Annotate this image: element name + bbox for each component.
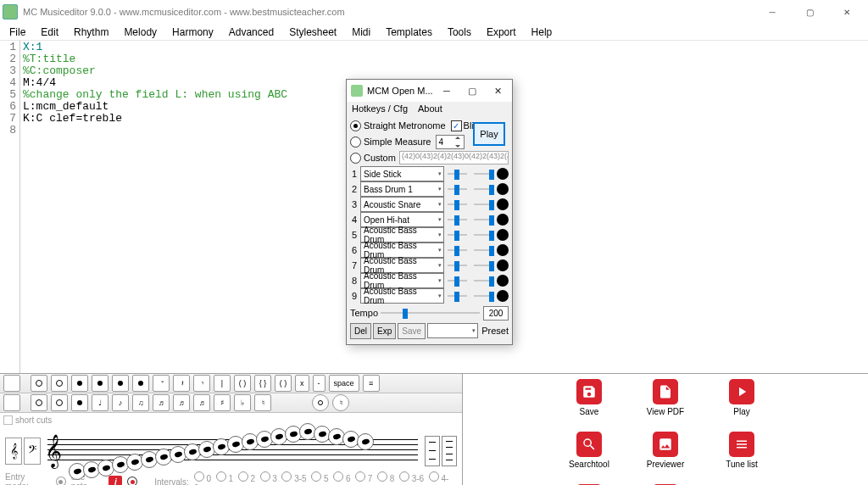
interval-radio[interactable] bbox=[355, 471, 365, 482]
track-slider-a[interactable] bbox=[448, 229, 467, 241]
radio-tool-2[interactable]: ♮ bbox=[332, 394, 349, 411]
save-button[interactable]: Save bbox=[398, 323, 426, 339]
tool-dur-7[interactable]: ♬ bbox=[153, 394, 170, 411]
interval-radio[interactable] bbox=[238, 471, 248, 482]
entry-chord-radio[interactable] bbox=[127, 477, 137, 485]
custom-pattern-input[interactable]: (42)0(43)2(4)2(43)0(42)2(43)2(4 bbox=[399, 151, 509, 164]
simple-measure-spin[interactable]: 4 bbox=[436, 135, 465, 149]
track-slider-a[interactable] bbox=[448, 198, 467, 210]
treble-clef-button[interactable]: 𝄞 bbox=[5, 438, 22, 465]
interval-radio[interactable] bbox=[333, 471, 343, 482]
interval-radio[interactable] bbox=[399, 471, 409, 482]
menu-harmony[interactable]: Harmony bbox=[164, 25, 221, 40]
tempo-slider[interactable] bbox=[381, 307, 480, 319]
track-slider-a[interactable] bbox=[448, 183, 467, 195]
tool-whole-note[interactable] bbox=[31, 375, 47, 392]
track-slider-a[interactable] bbox=[448, 244, 467, 256]
track-instrument-select[interactable]: Acoustic Bass Drum▾ bbox=[360, 288, 444, 304]
interval-radio[interactable] bbox=[281, 471, 292, 482]
tool-dur-4[interactable]: ♩ bbox=[92, 394, 108, 411]
staff-note[interactable] bbox=[357, 433, 374, 450]
track-slider-b[interactable] bbox=[474, 183, 493, 195]
interval-radio[interactable] bbox=[429, 471, 439, 482]
tool-half-note[interactable] bbox=[51, 375, 68, 392]
tool-space[interactable]: space bbox=[329, 375, 359, 392]
tool-dur-2[interactable] bbox=[51, 394, 68, 411]
tool-rest-1[interactable]: 𝄻 bbox=[153, 375, 170, 392]
shortcuts-checkbox[interactable] bbox=[3, 415, 13, 425]
tool-flat[interactable]: ♭ bbox=[234, 394, 251, 411]
track-slider-b[interactable] bbox=[474, 168, 493, 180]
action-play[interactable]: Play bbox=[712, 379, 771, 428]
action-previewer[interactable]: Previewer bbox=[636, 432, 695, 481]
maximize-button[interactable]: ▢ bbox=[791, 0, 828, 24]
action-searchtool[interactable]: Searchtool bbox=[559, 432, 619, 481]
track-indicator[interactable] bbox=[497, 275, 509, 287]
action-viewpdf[interactable]: View PDF bbox=[636, 379, 695, 428]
track-indicator[interactable] bbox=[497, 214, 509, 226]
tool-dur-1[interactable] bbox=[31, 394, 47, 411]
menu-templates[interactable]: Templates bbox=[378, 25, 440, 40]
tool-quarter-note[interactable] bbox=[71, 375, 88, 392]
menu-melody[interactable]: Melody bbox=[116, 25, 164, 40]
menu-file[interactable]: File bbox=[2, 25, 33, 40]
action-save[interactable]: Save bbox=[559, 379, 619, 428]
radio-tool-1[interactable] bbox=[312, 394, 329, 411]
tool-dur-5[interactable]: ♪ bbox=[112, 394, 129, 411]
tool-blank2[interactable] bbox=[3, 394, 20, 411]
track-indicator[interactable] bbox=[497, 290, 509, 302]
tool-dash[interactable]: - bbox=[313, 375, 326, 392]
tempo-value[interactable]: 200 bbox=[483, 306, 509, 321]
tool-thirtysecond[interactable] bbox=[132, 375, 149, 392]
menu-advanced[interactable]: Advanced bbox=[221, 25, 281, 40]
track-instrument-select[interactable]: Acoustic Snare▾ bbox=[360, 197, 444, 212]
tool-rest-2[interactable]: 𝄽 bbox=[173, 375, 190, 392]
track-slider-a[interactable] bbox=[448, 259, 467, 271]
interval-radio[interactable] bbox=[216, 471, 226, 482]
del-button[interactable]: Del bbox=[350, 323, 371, 339]
menu-stylesheet[interactable]: Stylesheet bbox=[281, 25, 344, 40]
tool-dur-3[interactable] bbox=[71, 394, 88, 411]
menu-export[interactable]: Export bbox=[479, 25, 524, 40]
track-indicator[interactable] bbox=[497, 168, 509, 180]
tool-extra[interactable]: ≡ bbox=[363, 375, 380, 392]
tool-bracket-2[interactable]: { } bbox=[254, 375, 271, 392]
track-instrument-select[interactable]: Side Stick▾ bbox=[360, 166, 444, 181]
mode-simple-radio[interactable] bbox=[350, 137, 361, 148]
tool-barline[interactable]: | bbox=[214, 375, 231, 392]
preset-select[interactable]: ▾ bbox=[427, 323, 478, 338]
track-slider-b[interactable] bbox=[474, 290, 493, 302]
tool-x[interactable]: x bbox=[295, 375, 309, 392]
interval-radio[interactable] bbox=[377, 471, 387, 482]
track-slider-b[interactable] bbox=[474, 214, 493, 226]
tool-blank[interactable] bbox=[3, 375, 20, 392]
dialog-menu-about[interactable]: About bbox=[418, 103, 442, 114]
track-indicator[interactable] bbox=[497, 244, 509, 256]
interval-radio[interactable] bbox=[194, 471, 204, 482]
tool-bracket-1[interactable]: ( ) bbox=[234, 375, 251, 392]
menu-edit[interactable]: Edit bbox=[33, 25, 66, 40]
tool-dur-6[interactable]: ♫ bbox=[132, 394, 149, 411]
staff-view-1[interactable] bbox=[425, 436, 440, 466]
dialog-minimize[interactable]: ─ bbox=[434, 81, 459, 100]
mode-straight-radio[interactable] bbox=[350, 120, 361, 131]
dialog-close[interactable]: ✕ bbox=[485, 81, 510, 100]
track-slider-a[interactable] bbox=[448, 290, 467, 302]
track-indicator[interactable] bbox=[497, 229, 509, 241]
staff[interactable]: 𝄞 [ [25,38],[42,36],[59,34],[76,30],[93,… bbox=[47, 431, 418, 471]
menu-tools[interactable]: Tools bbox=[440, 25, 479, 40]
tool-natural[interactable]: ♮ bbox=[254, 394, 271, 411]
track-slider-b[interactable] bbox=[474, 275, 493, 287]
bass-clef-button[interactable]: 𝄢 bbox=[24, 438, 41, 465]
track-slider-a[interactable] bbox=[448, 214, 467, 226]
action-tunelist[interactable]: Tune list bbox=[712, 432, 771, 481]
tool-dur-9[interactable]: ♬ bbox=[193, 394, 210, 411]
blink-checkbox[interactable]: ✓ bbox=[451, 120, 462, 131]
exp-button[interactable]: Exp bbox=[373, 323, 396, 339]
track-slider-a[interactable] bbox=[448, 168, 467, 180]
mode-custom-radio[interactable] bbox=[350, 153, 361, 164]
tool-sharp[interactable]: ♯ bbox=[214, 394, 231, 411]
tool-dur-8[interactable]: ♬ bbox=[173, 394, 190, 411]
track-slider-b[interactable] bbox=[474, 244, 493, 256]
tool-eighth-note[interactable] bbox=[92, 375, 108, 392]
